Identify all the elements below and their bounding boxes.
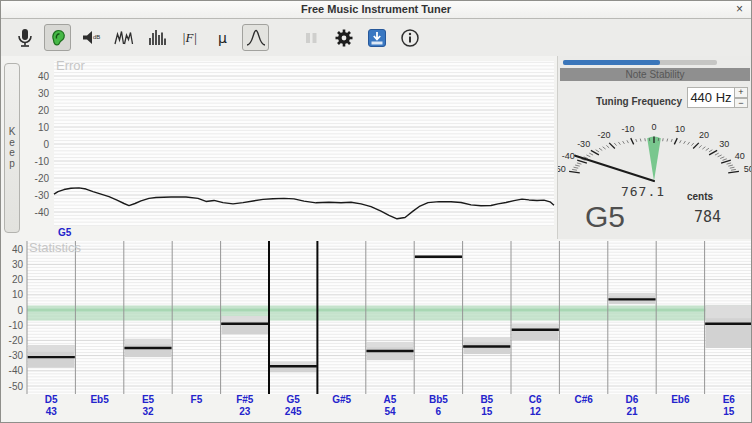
- svg-text:-50: -50: [558, 164, 566, 174]
- svg-text:-30: -30: [9, 350, 24, 361]
- info-icon: [399, 27, 421, 49]
- tuner-ear-button[interactable]: [44, 24, 71, 51]
- gaussian-button[interactable]: [242, 24, 269, 51]
- svg-text:-20: -20: [35, 173, 50, 184]
- mu-icon: μ: [218, 30, 227, 46]
- frequency-reading: 767.1: [598, 184, 688, 199]
- statistics-chart: 403020100-10-20-30-40-50: [1, 239, 752, 423]
- save-button[interactable]: [363, 24, 390, 51]
- svg-text:40: 40: [735, 151, 745, 161]
- settings-gear-button[interactable]: [330, 24, 357, 51]
- svg-text:0: 0: [651, 122, 656, 132]
- svg-text:-40: -40: [9, 365, 24, 376]
- error-chart: 403020100-10-20-30-40: [1, 56, 557, 239]
- microphone-icon: [14, 27, 36, 49]
- note-stability-progressbar: [563, 60, 717, 65]
- detected-note: G5: [585, 200, 625, 234]
- tuning-frequency-value[interactable]: 440 Hz: [687, 87, 735, 108]
- app-window: Free Music Instrument Tuner × dB|F|μ Kee…: [0, 0, 752, 423]
- svg-text:-40: -40: [562, 151, 575, 161]
- svg-text:10: 10: [38, 122, 50, 133]
- note-stability-label: Note Stability: [560, 68, 750, 81]
- svg-text:-20: -20: [598, 130, 611, 140]
- svg-text:dB: dB: [93, 34, 100, 40]
- svg-text:-10: -10: [622, 124, 635, 134]
- fourier-icon: |F|: [182, 30, 197, 46]
- tuning-frequency-spinner: + −: [734, 87, 748, 108]
- microphone-button[interactable]: [11, 24, 38, 51]
- svg-text:-30: -30: [577, 139, 590, 149]
- svg-text:20: 20: [12, 274, 24, 285]
- svg-text:-40: -40: [35, 207, 50, 218]
- fourier-button[interactable]: |F|: [176, 24, 203, 51]
- tuning-frequency-label: Tuning Frequency: [558, 96, 682, 107]
- window-title: Free Music Instrument Tuner: [1, 3, 751, 15]
- gaussian-icon: [245, 27, 267, 49]
- error-current-note-label: G5: [58, 227, 71, 238]
- waveform-button[interactable]: [110, 24, 137, 51]
- svg-text:50: 50: [744, 164, 752, 174]
- spectrum-icon: [146, 27, 168, 49]
- pause-icon: [300, 27, 322, 49]
- toolbar: dB|F|μ: [1, 19, 751, 56]
- svg-text:40: 40: [38, 71, 50, 82]
- svg-text:0: 0: [43, 139, 49, 150]
- info-button[interactable]: [396, 24, 423, 51]
- close-button[interactable]: ×: [736, 2, 743, 17]
- tuner-ear-icon: [47, 27, 69, 49]
- pause-button: [297, 24, 324, 51]
- svg-text:-10: -10: [9, 320, 24, 331]
- tuner-panel: Note Stability Tuning Frequency 440 Hz +…: [557, 56, 752, 239]
- waveform-icon: [113, 27, 135, 49]
- save-icon: [366, 27, 388, 49]
- svg-text:-20: -20: [9, 335, 24, 346]
- svg-text:-30: -30: [35, 190, 50, 201]
- svg-text:cents: cents: [687, 191, 714, 202]
- svg-text:10: 10: [12, 289, 24, 300]
- svg-text:20: 20: [38, 105, 50, 116]
- mu-button[interactable]: μ: [209, 24, 236, 51]
- svg-text:20: 20: [699, 130, 709, 140]
- titlebar: Free Music Instrument Tuner ×: [1, 1, 751, 19]
- note-stability-progress-fill: [563, 60, 660, 65]
- spectrum-button[interactable]: [143, 24, 170, 51]
- svg-text:30: 30: [38, 88, 50, 99]
- svg-text:-50: -50: [9, 381, 24, 392]
- svg-text:-10: -10: [35, 156, 50, 167]
- settings-gear-icon: [333, 27, 355, 49]
- volume-db-button[interactable]: dB: [77, 24, 104, 51]
- svg-text:30: 30: [719, 139, 729, 149]
- target-frequency: 784: [694, 208, 721, 226]
- svg-text:30: 30: [12, 259, 24, 270]
- svg-text:40: 40: [12, 244, 24, 255]
- svg-text:10: 10: [675, 124, 685, 134]
- tuning-frequency-decrement-button[interactable]: −: [734, 98, 748, 109]
- svg-text:0: 0: [17, 305, 23, 316]
- volume-db-icon: dB: [80, 27, 102, 49]
- tuning-frequency-increment-button[interactable]: +: [734, 87, 748, 98]
